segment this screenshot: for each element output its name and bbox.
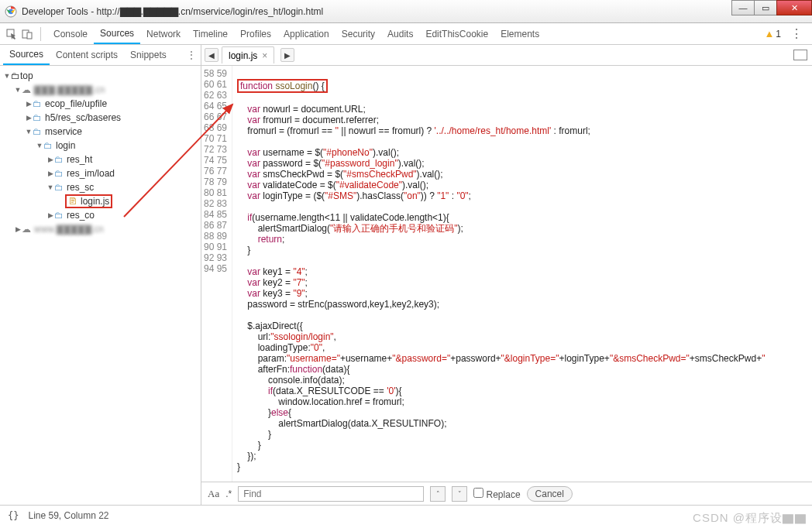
panel-tab-application[interactable]: Application <box>277 23 335 44</box>
sidebar-subtabs: SourcesContent scriptsSnippets ⋮ <box>0 45 201 66</box>
tree-h5[interactable]: ▶🗀h5/res_sc/baseres <box>0 111 201 125</box>
panel-tab-timeline[interactable]: Timeline <box>187 23 234 44</box>
editor-pane: ◀ login.js × ▶ 58 59 60 61 62 63 64 65 6… <box>201 45 812 505</box>
tree-label: res_co <box>67 210 95 221</box>
code-area[interactable]: 58 59 60 61 62 63 64 65 66 67 68 69 70 7… <box>201 66 812 482</box>
panel-tab-elements[interactable]: Elements <box>494 23 545 44</box>
cursor-position: Line 59, Column 22 <box>28 510 108 521</box>
minimize-button[interactable]: — <box>731 0 755 15</box>
subtab-sources[interactable]: Sources <box>3 45 50 65</box>
chrome-icon <box>5 5 17 18</box>
tree-label: h5/res_sc/baseres <box>45 112 121 123</box>
folder-icon: 🗀 <box>33 98 42 109</box>
cancel-label: Cancel <box>535 489 564 499</box>
tree-res-ht[interactable]: ▶🗀res_ht <box>0 153 201 166</box>
tree-label: res_ht <box>67 154 92 165</box>
tree-login-js[interactable]: 🖹login.js <box>0 194 201 208</box>
tree-label: ▇▇▇.▇▇▇▇▇.cn <box>34 84 105 95</box>
replace-label: Replace <box>487 489 521 500</box>
tree-label: login.js <box>81 196 109 207</box>
tree-label: www.▇▇▇▇▇.cn <box>34 224 104 235</box>
cancel-button[interactable]: Cancel <box>527 486 573 502</box>
subtab-snippets[interactable]: Snippets <box>124 45 173 65</box>
line-gutter: 58 59 60 61 62 63 64 65 66 67 68 69 70 7… <box>201 66 232 482</box>
editor-tab-label: login.js <box>229 50 257 61</box>
folder-icon: 🗀 <box>54 210 64 221</box>
nav-fwd-button[interactable]: ▶ <box>280 48 294 62</box>
find-input[interactable] <box>238 486 424 502</box>
status-bar: {} Line 59, Column 22 <box>0 505 812 525</box>
panel-tab-editthiscookie[interactable]: EditThisCookie <box>419 23 494 44</box>
tree-label: ecop_file/upfile <box>45 98 107 109</box>
folder-icon: 🗀 <box>33 126 42 137</box>
find-prev-button[interactable]: ˄ <box>430 486 446 502</box>
replace-checkbox-label[interactable]: Replace <box>473 488 520 500</box>
panel-tab-sources[interactable]: Sources <box>94 23 140 44</box>
warning-icon: ▲ <box>764 28 774 39</box>
match-case-toggle[interactable]: Aa <box>208 488 219 500</box>
warnings-badge[interactable]: ▲1 <box>764 28 781 39</box>
tree-label: top <box>20 70 33 81</box>
tree-domain-1[interactable]: ▼☁▇▇▇.▇▇▇▇▇.cn <box>0 83 201 97</box>
panel-tab-console[interactable]: Console <box>47 23 94 44</box>
more-menu-icon[interactable]: ⋮ <box>786 26 807 41</box>
tree-label: login <box>56 140 75 151</box>
device-icon[interactable] <box>20 27 34 41</box>
window-title: Developer Tools - http://▇▇▇.▇▇▇▇▇.cn/ms… <box>22 6 323 17</box>
separator <box>40 27 41 41</box>
tree-res-sc[interactable]: ▼🗀res_sc <box>0 180 201 194</box>
find-bar: Aa .* ˄ ˅ Replace Cancel <box>201 482 812 505</box>
warnings-count: 1 <box>776 29 781 39</box>
maximize-button[interactable]: ▭ <box>754 0 777 15</box>
folder-icon: 🗀 <box>43 140 53 151</box>
tree-label: res_sc <box>67 182 94 193</box>
code-content[interactable]: function ssoLogin() { var nowurl = docum… <box>232 66 812 482</box>
tree-top[interactable]: ▼🗀 top <box>0 69 201 83</box>
cloud-icon: ☁ <box>22 224 31 235</box>
folder-icon: 🗀 <box>54 182 64 193</box>
tree-mservice[interactable]: ▼🗀mservice <box>0 125 201 139</box>
tree-label: mservice <box>45 126 82 137</box>
folder-icon: 🗀 <box>54 168 64 179</box>
tree-res-im[interactable]: ▶🗀res_im/load <box>0 166 201 180</box>
sources-sidebar: SourcesContent scriptsSnippets ⋮ ▼🗀 top … <box>0 45 201 505</box>
pretty-print-icon[interactable]: {} <box>8 510 19 521</box>
editor-tab-loginjs[interactable]: login.js × <box>222 46 274 63</box>
tree-login[interactable]: ▼🗀login <box>0 139 201 153</box>
panel-tab-network[interactable]: Network <box>140 23 187 44</box>
dock-icon[interactable] <box>793 50 807 60</box>
close-icon[interactable]: × <box>262 50 267 61</box>
subtab-content-scripts[interactable]: Content scripts <box>50 45 124 65</box>
panel-tab-audits[interactable]: Audits <box>381 23 419 44</box>
tree-label: res_im/load <box>67 168 115 179</box>
panel-tab-profiles[interactable]: Profiles <box>234 23 277 44</box>
devtools-toolbar: ConsoleSourcesNetworkTimelineProfilesApp… <box>0 23 812 45</box>
tree-res-co[interactable]: ▶🗀res_co <box>0 208 201 222</box>
nav-back-button[interactable]: ◀ <box>205 48 218 62</box>
titlebar: Developer Tools - http://▇▇▇.▇▇▇▇▇.cn/ms… <box>0 0 812 23</box>
editor-tabs: ◀ login.js × ▶ <box>201 45 812 66</box>
replace-checkbox[interactable] <box>473 488 483 498</box>
main-area: SourcesContent scriptsSnippets ⋮ ▼🗀 top … <box>0 45 812 505</box>
file-icon: 🖹 <box>68 196 77 207</box>
panel-tab-security[interactable]: Security <box>335 23 381 44</box>
sidebar-more-icon[interactable]: ⋮ <box>187 50 201 60</box>
close-button[interactable]: ✕ <box>776 0 812 15</box>
window-buttons: — ▭ ✕ <box>732 0 812 15</box>
inspect-icon[interactable] <box>5 27 19 41</box>
svg-rect-4 <box>27 33 32 39</box>
regex-toggle[interactable]: .* <box>225 489 232 499</box>
file-tree: ▼🗀 top ▼☁▇▇▇.▇▇▇▇▇.cn ▶🗀ecop_file/upfile… <box>0 66 201 505</box>
tree-ecop[interactable]: ▶🗀ecop_file/upfile <box>0 97 201 111</box>
tree-domain-2[interactable]: ▶☁www.▇▇▇▇▇.cn <box>0 222 201 236</box>
folder-icon: 🗀 <box>54 154 64 165</box>
folder-icon: 🗀 <box>33 112 42 123</box>
cloud-icon: ☁ <box>22 84 31 95</box>
find-next-button[interactable]: ˅ <box>452 486 467 502</box>
